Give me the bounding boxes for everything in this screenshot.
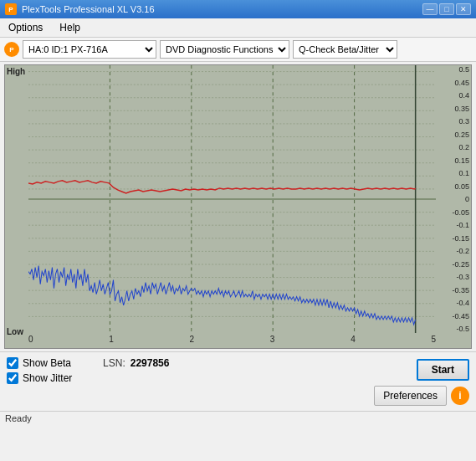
chart-area: High Low 0.5 0.45 0.4 0.35 0.3 0.25 0.2 …	[4, 64, 472, 349]
lsn-area: LSN: 2297856	[103, 357, 169, 369]
window-title: PlexTools Professional XL V3.16	[22, 4, 155, 14]
show-jitter-checkbox[interactable]	[7, 372, 18, 384]
menu-options[interactable]: Options	[3, 20, 48, 35]
show-jitter-row: Show Jitter	[7, 372, 169, 384]
menu-help[interactable]: Help	[54, 20, 85, 35]
show-jitter-checkbox-label[interactable]: Show Jitter	[7, 372, 72, 384]
title-bar: P PlexTools Professional XL V3.16 — □ ✕	[0, 0, 476, 18]
show-beta-row: Show Beta LSN: 2297856	[7, 357, 169, 369]
x-axis: 0 1 2 3 4 5	[28, 333, 436, 348]
start-button[interactable]: Start	[417, 359, 469, 381]
chart-label-low: Low	[7, 327, 23, 336]
maximize-button[interactable]: □	[439, 3, 454, 15]
toolbar: P HA:0 ID:1 PX-716A DVD Diagnostic Funct…	[0, 38, 476, 62]
lsn-label: LSN:	[103, 357, 125, 369]
status-bar: Ready	[0, 411, 476, 425]
preferences-button[interactable]: Preferences	[374, 386, 447, 406]
function-select[interactable]: DVD Diagnostic Functions	[160, 40, 289, 59]
status-text: Ready	[5, 413, 32, 423]
lsn-value: 2297856	[131, 357, 170, 369]
drive-select[interactable]: HA:0 ID:1 PX-716A	[23, 40, 156, 59]
show-beta-checkbox[interactable]	[7, 357, 18, 369]
chart-label-high: High	[7, 67, 25, 76]
info-button[interactable]: i	[451, 387, 469, 405]
title-bar-left: P PlexTools Professional XL V3.16	[5, 3, 155, 15]
drive-icon: P	[4, 42, 19, 57]
y-axis-right: 0.5 0.45 0.4 0.35 0.3 0.25 0.2 0.15 0.1 …	[436, 65, 471, 333]
minimize-button[interactable]: —	[422, 3, 438, 15]
test-select[interactable]: Q-Check Beta/Jitter Test	[293, 40, 397, 59]
close-button[interactable]: ✕	[456, 3, 471, 15]
show-beta-label: Show Beta	[23, 357, 71, 369]
show-jitter-label: Show Jitter	[23, 372, 72, 384]
show-beta-checkbox-label[interactable]: Show Beta	[7, 357, 71, 369]
menu-bar: Options Help	[0, 18, 476, 38]
title-bar-controls: — □ ✕	[422, 3, 471, 15]
bottom-panel: Show Beta LSN: 2297856 Show Jitter Start…	[0, 351, 476, 411]
chart-svg	[28, 65, 436, 333]
app-icon: P	[5, 3, 17, 15]
